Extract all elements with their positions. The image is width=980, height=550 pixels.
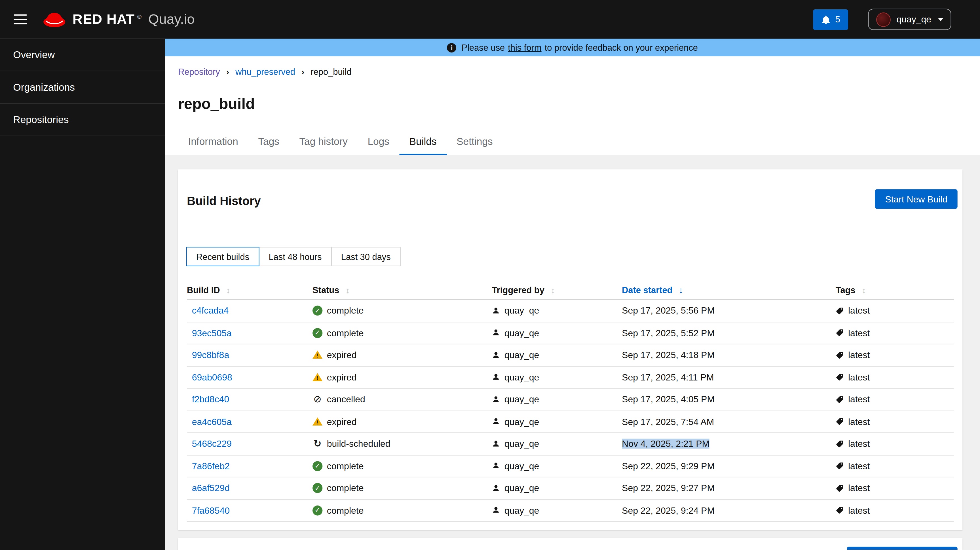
build-id-link[interactable]: f2bd8c40	[192, 394, 229, 404]
triggered-by-cell: quay_qe	[492, 305, 622, 316]
status-cell: complete	[312, 305, 492, 316]
table-row: 5468c229 build-scheduled	[187, 433, 954, 455]
build-filter-button[interactable]: Recent builds	[186, 247, 259, 266]
date-started-cell: Nov 4, 2025, 2:21 PM	[622, 439, 836, 449]
breadcrumb-link[interactable]: Repository	[178, 67, 220, 77]
build-id-link[interactable]: 69ab0698	[192, 372, 232, 382]
tab[interactable]: Settings	[447, 136, 503, 155]
date-started-cell: Sep 17, 2025, 4:11 PM	[622, 372, 836, 382]
redhat-fedora-icon	[42, 10, 67, 29]
triggered-by-text: quay_qe	[504, 372, 539, 382]
tab-label: Logs	[368, 136, 389, 146]
date-started-cell: Sep 17, 2025, 5:52 PM	[622, 328, 836, 338]
tab[interactable]: Builds	[399, 136, 447, 155]
breadcrumb-link[interactable]: whu_preserved	[235, 67, 295, 77]
status-icon	[312, 328, 322, 338]
date-started-text: Sep 17, 2025, 4:05 PM	[622, 394, 714, 404]
tab[interactable]: Information	[178, 136, 248, 155]
build-filter-label: Last 30 days	[341, 251, 391, 261]
banner-text-prefix: Please use	[461, 43, 505, 52]
user-icon	[492, 373, 500, 382]
tag-text: latest	[848, 483, 870, 493]
triggered-by-cell: quay_qe	[492, 350, 622, 360]
table-row: 69ab0698 expired	[187, 367, 954, 389]
primary-button-partial[interactable]	[847, 547, 958, 550]
build-id-cell: 93ec505a	[187, 328, 312, 338]
build-id-link[interactable]: ea4c605a	[192, 417, 232, 427]
column-header[interactable]: Status	[312, 285, 492, 294]
breadcrumb-link[interactable]: repo_build	[310, 67, 352, 77]
sidebar-item[interactable]: Organizations	[0, 71, 165, 104]
tag-text: latest	[848, 305, 870, 316]
tag-text: latest	[848, 328, 870, 338]
notifications-button[interactable]: 5	[813, 9, 848, 30]
build-filter-button[interactable]: Last 48 hours	[259, 247, 332, 266]
triggered-by-cell: quay_qe	[492, 328, 622, 338]
tab[interactable]: Tag history	[289, 136, 358, 155]
start-new-build-button[interactable]: Start New Build	[875, 189, 958, 209]
column-header[interactable]: Date started	[622, 285, 836, 294]
tag-icon	[836, 373, 844, 382]
tab[interactable]: Tags	[248, 136, 289, 155]
sort-icon[interactable]	[226, 285, 230, 294]
status-cell: complete	[312, 505, 492, 515]
status-icon	[312, 305, 322, 316]
tags-cell: latest	[836, 483, 954, 493]
table-row: 7a86feb2 complete	[187, 455, 954, 477]
column-header-label: Date started	[622, 285, 672, 294]
masthead-toolbar: 5 quay_qe	[813, 9, 980, 30]
build-id-link[interactable]: c4fcada4	[192, 305, 229, 316]
sidebar-item[interactable]: Repositories	[0, 104, 165, 137]
tab-label: Tag history	[299, 136, 348, 146]
column-header[interactable]: Triggered by	[492, 285, 622, 294]
date-started-cell: Sep 22, 2025, 9:27 PM	[622, 483, 836, 493]
user-icon	[492, 484, 500, 493]
build-id-link[interactable]: 7a86feb2	[192, 461, 230, 471]
build-filter-label: Last 48 hours	[269, 251, 321, 261]
status-cell: expired	[312, 372, 492, 382]
sort-icon[interactable]	[551, 285, 555, 294]
column-header[interactable]: Tags	[836, 285, 954, 294]
tag-icon	[836, 329, 844, 337]
sort-icon[interactable]	[345, 285, 349, 294]
tab-label: Settings	[457, 136, 493, 146]
triggered-by-text: quay_qe	[504, 439, 539, 449]
user-icon	[492, 329, 500, 337]
build-filter-button[interactable]: Last 30 days	[331, 247, 401, 266]
build-id-cell: c4fcada4	[187, 305, 312, 316]
table-row: f2bd8c40 cancelled	[187, 389, 954, 411]
chevron-down-icon	[938, 18, 943, 21]
tab[interactable]: Logs	[358, 136, 399, 155]
builds-table-header: Build ID Status Triggered by	[187, 280, 954, 300]
hamburger-menu-button[interactable]	[11, 12, 30, 27]
sidebar-item-label: Organizations	[13, 82, 75, 93]
build-id-link[interactable]: 5468c229	[192, 439, 232, 449]
sidebar-item[interactable]: Overview	[0, 39, 165, 72]
user-icon	[492, 506, 500, 515]
tags-cell: latest	[836, 394, 954, 404]
tags-cell: latest	[836, 350, 954, 360]
date-started-cell: Sep 22, 2025, 9:29 PM	[622, 461, 836, 471]
triggered-by-cell: quay_qe	[492, 394, 622, 404]
triggered-by-cell: quay_qe	[492, 439, 622, 449]
builds-table-body: c4fcada4 complete	[187, 300, 954, 521]
triggered-by-text: quay_qe	[504, 417, 539, 427]
user-icon	[492, 440, 500, 448]
column-header[interactable]: Build ID	[187, 285, 312, 294]
sort-icon[interactable]	[862, 285, 866, 294]
date-started-text: Sep 22, 2025, 9:24 PM	[622, 505, 714, 515]
build-id-link[interactable]: 7fa68540	[192, 505, 230, 515]
build-id-link[interactable]: 99c8bf8a	[192, 350, 229, 360]
table-row: 93ec505a complete	[187, 322, 954, 344]
triggered-by-text: quay_qe	[504, 505, 539, 515]
user-menu-button[interactable]: quay_qe	[868, 9, 951, 30]
feedback-banner: Please use this form to provide feedback…	[165, 39, 980, 56]
triggered-by-text: quay_qe	[504, 394, 539, 404]
tag-text: latest	[848, 417, 870, 427]
sort-icon[interactable]	[679, 285, 683, 294]
tag-icon	[836, 418, 844, 426]
build-id-link[interactable]: 93ec505a	[192, 328, 232, 338]
build-id-link[interactable]: a6af529d	[192, 483, 230, 493]
feedback-form-link[interactable]: this form	[508, 43, 541, 52]
status-icon	[312, 394, 322, 404]
